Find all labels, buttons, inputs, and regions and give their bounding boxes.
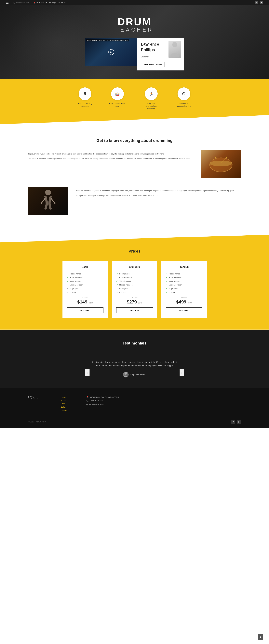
feature-basic-rudiments-standard: ✓ Basic rudiments [116, 276, 153, 280]
basic-price-orig: $249 [89, 302, 93, 304]
footer-address-item: 📍 4578 69th St, San Diego D04 89GR [86, 396, 119, 398]
facebook-icon[interactable]: f [255, 1, 258, 4]
location-icon: 📍 [33, 2, 35, 4]
cross-icon: ✕ [67, 291, 68, 294]
price-card-premium: Premium ✓ Posing hands ✓ Basic rudiments… [161, 260, 207, 318]
author-avatar-icon [124, 372, 128, 377]
top-bar: 📞 1-800-1234-567 📍 4578 69th St, San Die… [0, 0, 269, 6]
profile-divider [141, 54, 145, 54]
standard-price-main: $279 [127, 299, 137, 304]
stat-label-levels: Beginner, Intermediate,Advanced [143, 102, 160, 110]
standard-price-amount: $279 $349 [116, 299, 153, 304]
standard-price-orig: $349 [138, 302, 142, 304]
footer-nav-gallery[interactable]: Gallery [61, 406, 75, 408]
prices-section: Prices Basic ✓ Posing hands ✓ Basic rudi… [0, 235, 269, 330]
phone-icon: 📞 [13, 2, 15, 4]
top-bar-right: f ▶ [255, 1, 263, 4]
stat-value-years: 5 [84, 92, 86, 96]
author-avatar [123, 372, 129, 378]
basic-buy-button[interactable]: BUY NOW [67, 308, 103, 313]
about-paragraph-2: The ethos is based on unlocking creativi… [28, 157, 193, 160]
testimonials-title: Testimonials [28, 341, 241, 346]
quote-icon: " [28, 351, 241, 358]
trial-lesson-button[interactable]: FREE TRIAL LESSON [141, 62, 165, 67]
footer-facebook-icon[interactable]: f [231, 420, 235, 424]
cross-icon: ✕ [67, 284, 68, 286]
stat-label-styles: Funk, Groove, Rock,Jazz [109, 102, 126, 108]
address-text: 4578 69th St, San Diego D04 89GR [36, 2, 66, 4]
footer-address-text: 4578 69th St, San Diego D04 89GR [90, 396, 119, 398]
check-icon: ✓ [67, 273, 68, 275]
check-icon: ✓ [166, 288, 167, 290]
about-text-2: Whether you are a beginner or have been … [76, 187, 241, 199]
footer-nav-home[interactable]: Home [61, 396, 75, 398]
standard-feature-list: ✓ Posing hands ✓ Basic rudiments ✓ Video… [116, 272, 153, 294]
feature-posing-hands-basic: ✓ Posing hands [67, 272, 103, 276]
youtube-icon[interactable]: ▶ [260, 1, 263, 4]
footer-nav-links[interactable]: Links [61, 403, 75, 405]
premium-price-amount: $499 $699 [166, 299, 202, 304]
standard-buy-button[interactable]: BUY NOW [116, 308, 153, 313]
check-icon: ✓ [67, 280, 68, 282]
stat-styles: 🥁 Funk, Groove, Rock,Jazz [109, 88, 126, 110]
hero-section: DRUM TEACHER MEINL DRUM FESTIVAL 2015 — … [0, 6, 269, 79]
footer-email-icon: ✉ [86, 403, 88, 405]
testimonials-section: Testimonials " I just want to thank you … [0, 330, 269, 388]
check-icon: ✓ [166, 291, 167, 294]
footer-top: DRUM TEACHER Home About Links Gallery Co… [28, 396, 241, 411]
feature-video-lessons-basic: ✓ Video lessons [67, 280, 103, 283]
video-box[interactable]: MEINL DRUM FESTIVAL 2015 — Robert Sput S… [85, 38, 137, 66]
feature-practice-standard: ✕ Practice [116, 290, 153, 294]
drum-icon: 🥁 [115, 92, 120, 96]
stats-section: 5 Years of teachingexperience 🥁 Funk, Gr… [0, 79, 269, 124]
play-button[interactable]: ▶ [108, 49, 114, 55]
about-row-2: Whether you are a beginner or have been … [28, 187, 241, 215]
check-icon: ✓ [116, 284, 118, 286]
feature-video-lessons-standard: ✓ Video lessons [116, 280, 153, 283]
person-silhouette-icon [170, 42, 180, 57]
footer-phone-text: 1-800-1234-567 [90, 400, 103, 402]
footer-copyright: © 2016 Privacy Policy [28, 421, 46, 423]
basic-hours: 6 hours [67, 297, 103, 299]
footer-privacy-link[interactable]: Privacy Policy [36, 421, 46, 423]
author-name: Stephen Bowman [130, 374, 146, 376]
footer-logo-text: DRUM TEACHER [28, 396, 49, 400]
footer-nav-contacts[interactable]: Contacts [61, 409, 75, 411]
price-cards-container: Basic ✓ Posing hands ✓ Basic rudiments ✓… [28, 260, 241, 318]
feature-practice-premium: ✓ Practice [166, 290, 202, 294]
svg-point-7 [45, 190, 51, 195]
feature-musical-notation-standard: ✓ Musical notation [116, 283, 153, 287]
about-paragraph-4: All styles and techniques are taught, in… [76, 194, 241, 197]
check-icon: ✓ [116, 276, 118, 279]
stat-circle-time: ⏱ [178, 88, 190, 100]
stat-label-time: Lessons ata convenient time [177, 102, 191, 108]
drummer-illustration-icon [34, 187, 62, 215]
check-icon: ✓ [67, 276, 68, 279]
about-row-1: Improve your rhythm skills! Find yoursel… [28, 150, 241, 178]
feature-polyrhythm-premium: ✓ Polyrhythm [166, 287, 202, 290]
hamburger-menu[interactable] [6, 2, 8, 4]
phone-info: 📞 1-800-1234-567 [13, 2, 29, 4]
about-image-drummer [28, 187, 68, 215]
about-title: Get to know everything about drumming [28, 138, 241, 143]
hero-title-drum: DRUM [115, 17, 154, 27]
address-info: 📍 4578 69th St, San Diego D04 89GR [33, 2, 66, 4]
footer-bottom: © 2016 Privacy Policy f ▶ [28, 417, 241, 424]
stat-circle-years: 5 [79, 88, 91, 100]
about-divider-1 [28, 150, 32, 150]
drums-illustration-icon [207, 154, 235, 175]
testimonial-next-button[interactable]: › [180, 369, 184, 376]
cross-icon: ✕ [116, 291, 118, 294]
stat-label-years: Years of teachingexperience [78, 102, 92, 108]
footer-youtube-icon[interactable]: ▶ [237, 420, 241, 424]
feature-basic-rudiments-basic: ✓ Basic rudiments [67, 276, 103, 280]
basic-price-main: $149 [77, 299, 87, 304]
testimonial-prev-button[interactable]: ‹ [85, 369, 90, 376]
feature-polyrhythm-basic: ✕ Polyrhythm [67, 287, 103, 290]
footer-nav-about[interactable]: About [61, 400, 75, 402]
premium-buy-button[interactable]: BUY NOW [166, 308, 202, 313]
feature-basic-rudiments-premium: ✓ Basic rudiments [166, 276, 202, 280]
feature-posing-hands-standard: ✓ Posing hands [116, 272, 153, 276]
about-image-drums [201, 150, 241, 178]
check-icon: ✓ [166, 276, 167, 279]
